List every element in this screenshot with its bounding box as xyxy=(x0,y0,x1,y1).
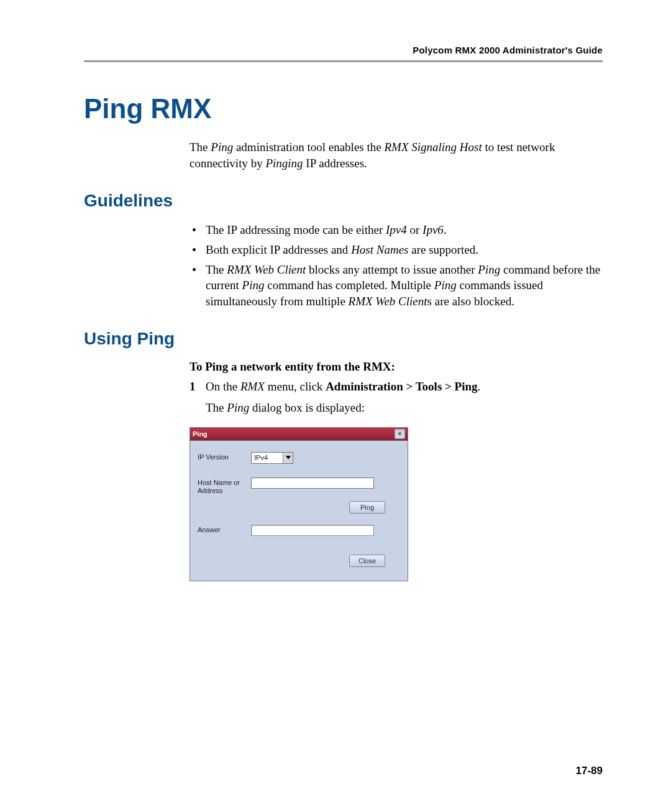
text: On the xyxy=(206,380,240,393)
text-italic: Ipv4 xyxy=(386,223,407,236)
ping-button[interactable]: Ping xyxy=(349,501,385,514)
text-italic: Ping xyxy=(434,279,457,292)
text: blocks any attempt to issue another xyxy=(306,263,478,276)
text: command has completed. Multiple xyxy=(264,279,434,292)
close-button[interactable]: Close xyxy=(349,555,385,567)
list-item: The RMX Web Client blocks any attempt to… xyxy=(189,262,603,310)
instruction-heading: To Ping a network entity from the RMX: xyxy=(189,360,603,374)
text: or xyxy=(407,223,422,236)
text-italic: Ping xyxy=(478,263,500,276)
label-answer: Answer xyxy=(198,525,251,534)
list-item: The IP addressing mode can be either Ipv… xyxy=(189,222,603,238)
text-italic: Host Names xyxy=(351,243,408,256)
page-number: 17-89 xyxy=(576,765,603,777)
text: . xyxy=(444,223,447,236)
close-icon[interactable]: × xyxy=(395,429,405,439)
ip-version-value: IPv4 xyxy=(252,454,283,461)
text: The IP addressing mode can be either xyxy=(206,223,386,236)
text: s are also blocked. xyxy=(427,295,514,308)
text-italic: RMX Web Client xyxy=(227,263,306,276)
text-italic: Ipv6 xyxy=(422,223,444,236)
answer-output xyxy=(251,525,374,536)
text: . xyxy=(478,380,481,393)
intro-paragraph: The Ping administration tool enables the… xyxy=(189,139,603,171)
text-italic: Pinging xyxy=(265,157,303,170)
label-ip-version: IP Version xyxy=(198,452,251,461)
text: administration tool enables the xyxy=(233,141,384,154)
dialog-title: Ping xyxy=(193,430,395,438)
text: are supported. xyxy=(409,243,478,256)
guidelines-list: The IP addressing mode can be either Ipv… xyxy=(189,222,603,309)
text-italic: Ping xyxy=(211,141,233,154)
text-italic: Ping xyxy=(242,279,265,292)
ping-dialog: Ping × IP Version IPv4 Host Name or Addr… xyxy=(189,427,408,581)
section-using-ping: Using Ping xyxy=(84,329,603,349)
ip-version-select[interactable]: IPv4 xyxy=(251,452,293,464)
page-title: Ping RMX xyxy=(84,93,603,124)
running-header: Polycom RMX 2000 Administrator's Guide xyxy=(84,45,603,55)
step-number: 1 xyxy=(189,379,196,395)
text: Both explicit IP addresses and xyxy=(206,243,351,256)
header-rule xyxy=(84,60,603,62)
row-answer: Answer xyxy=(198,525,400,536)
dialog-body: IP Version IPv4 Host Name or Address Pin… xyxy=(190,441,408,581)
host-input[interactable] xyxy=(251,478,374,489)
chevron-down-icon[interactable] xyxy=(283,453,293,463)
label-host: Host Name or Address xyxy=(198,478,251,495)
dialog-titlebar[interactable]: Ping × xyxy=(190,428,408,441)
text: IP addresses. xyxy=(303,157,367,170)
section-guidelines: Guidelines xyxy=(84,191,603,211)
row-ip-version: IP Version IPv4 xyxy=(198,452,400,464)
text-italic: RMX xyxy=(240,380,265,393)
text: The xyxy=(206,401,227,414)
row-host: Host Name or Address xyxy=(198,478,400,495)
text: menu, click xyxy=(265,380,326,393)
text-italic: Ping xyxy=(227,401,249,414)
text: The xyxy=(189,141,211,154)
text: dialog box is displayed: xyxy=(249,401,365,414)
text-italic: RMX Web Client xyxy=(349,295,427,308)
text: The xyxy=(206,263,227,276)
text-italic: RMX Signaling Host xyxy=(384,141,482,154)
text-bold: Administration > Tools > Ping xyxy=(326,380,477,393)
list-item: Both explicit IP addresses and Host Name… xyxy=(189,242,603,258)
step-1: 1 On the RMX menu, click Administration … xyxy=(189,379,603,415)
